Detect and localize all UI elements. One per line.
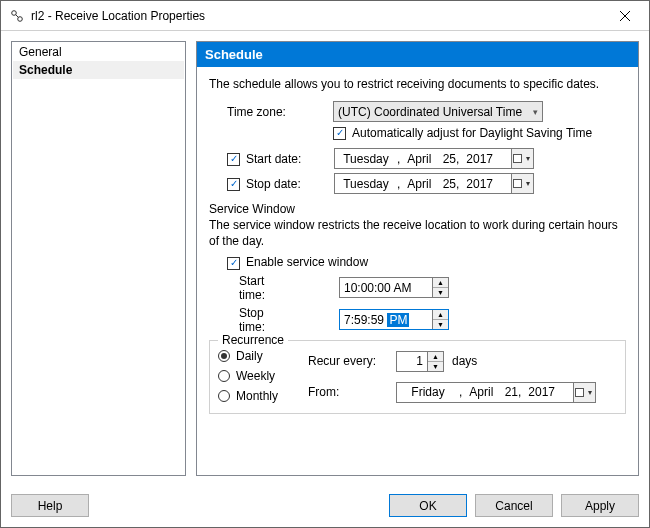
footer: Help OK Cancel Apply bbox=[1, 486, 649, 527]
app-icon bbox=[9, 8, 25, 24]
timezone-combo[interactable]: (UTC) Coordinated Universal Time ▾ bbox=[333, 101, 543, 122]
sidebar-item-schedule[interactable]: Schedule bbox=[13, 61, 184, 79]
timezone-label: Time zone: bbox=[209, 105, 327, 119]
spinner-buttons[interactable]: ▲▼ bbox=[432, 310, 448, 329]
stop-date-label: Stop date: bbox=[246, 177, 328, 191]
recur-from-label: From: bbox=[308, 385, 388, 399]
window-title: rl2 - Receive Location Properties bbox=[31, 9, 605, 23]
apply-button[interactable]: Apply bbox=[561, 494, 639, 517]
recur-every-input[interactable]: 1 ▲▼ bbox=[396, 351, 444, 372]
sidebar: General Schedule bbox=[11, 41, 186, 476]
recur-unit: days bbox=[452, 354, 477, 368]
spinner-buttons[interactable]: ▲▼ bbox=[427, 352, 443, 371]
stop-date-checkbox[interactable]: ✓ bbox=[227, 178, 240, 191]
service-window-desc: The service window restricts the receive… bbox=[209, 218, 626, 249]
start-date-label: Start date: bbox=[246, 152, 328, 166]
svg-line-2 bbox=[16, 14, 19, 17]
stop-time-label: Stop time: bbox=[209, 306, 291, 334]
start-time-input[interactable]: 10:00:00 AM ▲▼ bbox=[339, 277, 449, 298]
recurrence-group: Recurrence Daily Weekly bbox=[209, 340, 626, 414]
start-time-label: Start time: bbox=[209, 274, 291, 302]
recurrence-weekly[interactable]: Weekly bbox=[218, 369, 290, 383]
recurrence-monthly[interactable]: Monthly bbox=[218, 389, 290, 403]
window: rl2 - Receive Location Properties Genera… bbox=[0, 0, 650, 528]
stop-time-input[interactable]: 7:59:59 PM ▲▼ bbox=[339, 309, 449, 330]
recurrence-title: Recurrence bbox=[218, 333, 288, 347]
enable-service-window-label: Enable service window bbox=[246, 255, 368, 269]
sidebar-item-general[interactable]: General bbox=[13, 43, 184, 61]
start-date-checkbox[interactable]: ✓ bbox=[227, 153, 240, 166]
calendar-icon[interactable]: ▾ bbox=[511, 174, 533, 193]
panel-header: Schedule bbox=[197, 42, 638, 67]
recurrence-daily[interactable]: Daily bbox=[218, 349, 290, 363]
calendar-icon[interactable]: ▾ bbox=[573, 383, 595, 402]
enable-service-window-checkbox[interactable]: ✓ bbox=[227, 257, 240, 270]
recur-every-label: Recur every: bbox=[308, 354, 388, 368]
cancel-button[interactable]: Cancel bbox=[475, 494, 553, 517]
auto-dst-label: Automatically adjust for Daylight Saving… bbox=[352, 126, 592, 140]
ok-button[interactable]: OK bbox=[389, 494, 467, 517]
recur-from-picker[interactable]: Friday, April 21, 2017 ▾ bbox=[396, 382, 596, 403]
start-date-picker[interactable]: Tuesday, April 25, 2017 ▾ bbox=[334, 148, 534, 169]
schedule-description: The schedule allows you to restrict rece… bbox=[209, 77, 626, 91]
close-button[interactable] bbox=[605, 3, 645, 29]
spinner-buttons[interactable]: ▲▼ bbox=[432, 278, 448, 297]
main-panel: Schedule The schedule allows you to rest… bbox=[196, 41, 639, 476]
auto-dst-checkbox[interactable]: ✓ bbox=[333, 127, 346, 140]
titlebar: rl2 - Receive Location Properties bbox=[1, 1, 649, 31]
timezone-value: (UTC) Coordinated Universal Time bbox=[338, 105, 522, 119]
service-window-title: Service Window bbox=[209, 202, 626, 216]
panel-content: The schedule allows you to restrict rece… bbox=[197, 67, 638, 475]
body: General Schedule Schedule The schedule a… bbox=[1, 31, 649, 486]
calendar-icon[interactable]: ▾ bbox=[511, 149, 533, 168]
help-button[interactable]: Help bbox=[11, 494, 89, 517]
chevron-down-icon: ▾ bbox=[533, 107, 538, 117]
stop-date-picker[interactable]: Tuesday, April 25, 2017 ▾ bbox=[334, 173, 534, 194]
